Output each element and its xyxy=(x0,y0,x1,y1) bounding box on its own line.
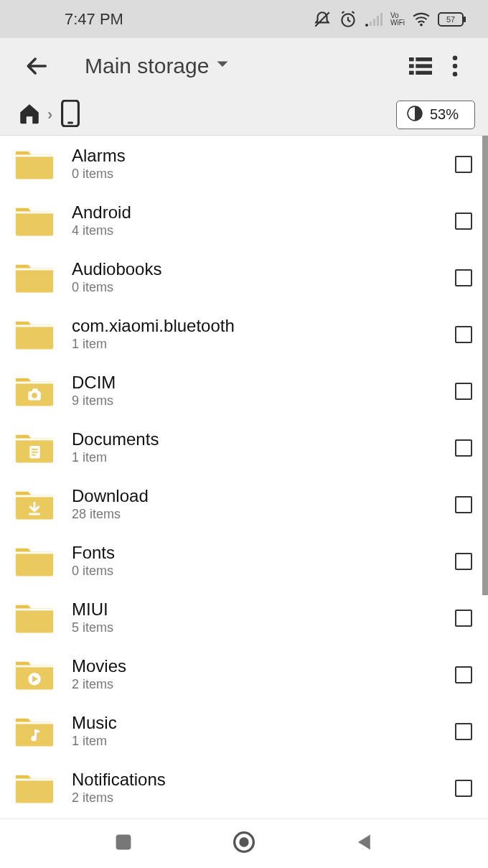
dnd-icon xyxy=(313,10,332,29)
svg-rect-13 xyxy=(416,64,432,67)
scrollbar-thumb[interactable] xyxy=(482,136,488,595)
folder-name: Fonts xyxy=(72,543,455,562)
folder-subtitle: 28 items xyxy=(72,507,455,522)
svg-rect-14 xyxy=(409,71,414,75)
svg-rect-23 xyxy=(16,154,53,157)
folder-icon xyxy=(14,657,55,693)
back-button[interactable] xyxy=(23,52,52,80)
select-checkbox[interactable] xyxy=(455,553,472,570)
select-checkbox[interactable] xyxy=(455,610,472,627)
svg-rect-5 xyxy=(377,16,379,26)
svg-rect-31 xyxy=(16,381,53,383)
select-checkbox[interactable] xyxy=(455,269,472,286)
folder-row[interactable]: DCIM9 items xyxy=(0,363,488,419)
folder-row[interactable]: MIUI5 items xyxy=(0,589,488,646)
folder-name: Download xyxy=(72,487,455,505)
folder-row[interactable]: Audiobooks0 items xyxy=(0,249,488,306)
folder-icon xyxy=(14,260,55,296)
folder-row[interactable]: Alarms0 items xyxy=(0,136,488,192)
svg-rect-42 xyxy=(29,513,39,515)
folder-row[interactable]: Music1 item xyxy=(0,703,488,760)
folder-subtitle: 1 item xyxy=(72,734,455,749)
folder-name: DCIM xyxy=(72,373,455,392)
nav-recent-button[interactable] xyxy=(114,833,133,854)
folder-icon xyxy=(14,146,55,182)
storage-percent: 53% xyxy=(430,106,459,123)
svg-rect-3 xyxy=(370,22,372,26)
folder-subtitle: 2 items xyxy=(72,677,455,692)
system-nav-bar xyxy=(0,818,488,868)
folder-icon xyxy=(14,317,55,353)
nav-back-button[interactable] xyxy=(355,833,374,854)
folder-icon xyxy=(14,430,55,466)
folder-icon xyxy=(14,543,55,579)
svg-point-56 xyxy=(239,837,248,846)
svg-rect-26 xyxy=(16,269,53,292)
select-checkbox[interactable] xyxy=(455,383,472,400)
nav-home-button[interactable] xyxy=(233,831,255,857)
breadcrumb-bar: › 53% xyxy=(0,94,488,136)
svg-rect-15 xyxy=(416,71,432,75)
folder-icon xyxy=(14,770,55,806)
folder-icon xyxy=(14,600,55,636)
folder-name: Audiobooks xyxy=(72,260,455,279)
status-time: 7:47 PM xyxy=(65,10,123,29)
select-checkbox[interactable] xyxy=(455,723,472,740)
file-list[interactable]: Alarms0 itemsAndroid4 itemsAudiobooks0 i… xyxy=(0,136,488,818)
folder-row[interactable]: Android4 items xyxy=(0,192,488,249)
svg-rect-10 xyxy=(409,57,414,61)
folder-icon xyxy=(14,714,55,750)
svg-rect-12 xyxy=(409,64,414,67)
svg-rect-35 xyxy=(16,438,53,440)
app-bar: Main storage xyxy=(0,38,488,94)
folder-row[interactable]: com.xiaomi.bluetooth1 item xyxy=(0,306,488,363)
svg-rect-25 xyxy=(16,211,53,213)
svg-rect-48 xyxy=(16,665,53,667)
svg-rect-54 xyxy=(116,835,131,850)
folder-name: Notifications xyxy=(72,770,455,789)
svg-point-17 xyxy=(453,64,458,69)
status-bar: 7:47 PM Vo WiFi 57 xyxy=(0,0,488,38)
folder-icon xyxy=(14,487,55,523)
svg-rect-46 xyxy=(16,608,53,610)
folder-row[interactable]: Documents1 item xyxy=(0,419,488,476)
svg-point-33 xyxy=(32,392,37,398)
select-checkbox[interactable] xyxy=(455,666,472,683)
svg-rect-20 xyxy=(68,121,74,123)
svg-point-18 xyxy=(453,72,458,77)
select-checkbox[interactable] xyxy=(455,439,472,457)
svg-rect-4 xyxy=(373,19,375,26)
folder-name: com.xiaomi.bluetooth xyxy=(72,317,455,335)
folder-row[interactable]: Fonts0 items xyxy=(0,533,488,589)
svg-rect-53 xyxy=(16,778,53,780)
folder-subtitle: 9 items xyxy=(72,393,455,409)
folder-name: Alarms xyxy=(72,146,455,165)
view-mode-button[interactable] xyxy=(403,49,438,83)
select-checkbox[interactable] xyxy=(455,156,472,173)
folder-row[interactable]: Download28 items xyxy=(0,476,488,533)
storage-indicator[interactable]: 53% xyxy=(396,101,475,129)
device-icon[interactable] xyxy=(58,100,83,130)
select-checkbox[interactable] xyxy=(455,780,472,797)
breadcrumb-separator: › xyxy=(47,106,52,124)
select-checkbox[interactable] xyxy=(455,496,472,513)
home-icon[interactable] xyxy=(17,101,42,129)
svg-rect-44 xyxy=(16,551,53,554)
folder-subtitle: 1 item xyxy=(72,337,455,352)
select-checkbox[interactable] xyxy=(455,326,472,343)
svg-rect-24 xyxy=(16,213,53,235)
folder-row[interactable]: Movies2 items xyxy=(0,646,488,703)
svg-rect-39 xyxy=(32,454,36,455)
storage-dropdown[interactable]: Main storage xyxy=(85,54,229,78)
vowifi-icon: Vo WiFi xyxy=(390,12,405,27)
more-options-button[interactable] xyxy=(438,49,472,83)
select-checkbox[interactable] xyxy=(455,213,472,230)
svg-rect-28 xyxy=(16,326,53,349)
status-icons: Vo WiFi 57 xyxy=(313,10,466,29)
svg-rect-43 xyxy=(16,553,53,576)
svg-rect-6 xyxy=(380,13,383,26)
folder-subtitle: 4 items xyxy=(72,223,455,238)
wifi-icon xyxy=(412,11,431,27)
folder-row[interactable]: Notifications2 items xyxy=(0,760,488,816)
storage-pie-icon xyxy=(407,106,423,124)
